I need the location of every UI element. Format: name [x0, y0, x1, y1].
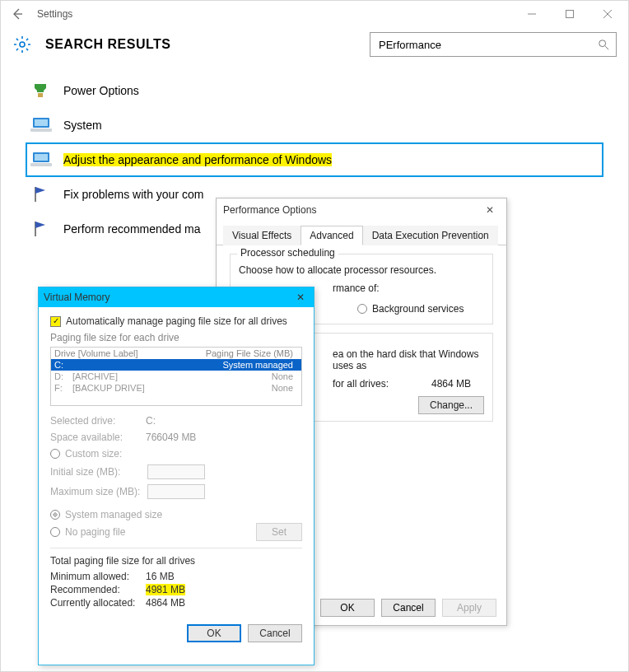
vm-footer: OK Cancel: [39, 618, 314, 642]
space-available-value: 766049 MB: [146, 432, 196, 443]
radio-custom-size: Custom size:: [50, 446, 302, 462]
svg-rect-8: [35, 154, 48, 161]
result-label: Fix problems with your com: [63, 188, 203, 201]
svg-point-1: [20, 42, 25, 47]
system-managed-label: System managed size: [65, 509, 162, 520]
laptop-icon: [29, 114, 54, 136]
tab-advanced[interactable]: Advanced: [301, 226, 362, 245]
perf-tabs: Visual Effects Advanced Data Execution P…: [217, 222, 506, 245]
currently-allocated-value: 4864 MB: [146, 597, 185, 609]
drive-row[interactable]: F: [BACKUP DRIVE] None: [51, 382, 301, 394]
drive-row[interactable]: C: System managed: [51, 359, 301, 371]
radio-label: Background services: [372, 303, 464, 315]
perf-close-button[interactable]: ✕: [480, 204, 500, 216]
recommended-value: 4981 MB: [146, 584, 185, 595]
vm-desc: ea on the hard disk that Windows uses as: [333, 348, 484, 371]
vm-total-label: for all drives:: [333, 378, 431, 390]
svg-point-2: [599, 40, 606, 47]
svg-rect-9: [30, 163, 52, 166]
svg-rect-5: [35, 119, 48, 126]
svg-rect-3: [38, 93, 43, 97]
selected-drive-value: C:: [146, 415, 156, 427]
vm-title: Virtual Memory: [44, 292, 109, 303]
svg-rect-0: [566, 11, 574, 18]
window-title: Settings: [32, 8, 513, 20]
result-power-options[interactable]: Power Options: [26, 73, 603, 108]
paging-each-label: Paging file size for each drive: [50, 332, 302, 343]
perf-apply-button: Apply: [442, 599, 496, 617]
selected-drive-label: Selected drive:: [50, 415, 146, 427]
sched-desc: Choose how to allocate processor resourc…: [239, 264, 484, 276]
initial-size-label: Initial size (MB):: [50, 466, 146, 478]
radio-icon: [50, 527, 60, 537]
vm-titlebar: Virtual Memory ✕: [39, 287, 314, 307]
tab-dep[interactable]: Data Execution Prevention: [363, 226, 498, 245]
result-label: Power Options: [63, 84, 139, 97]
perf-ok-button[interactable]: OK: [320, 599, 375, 617]
perf-footer: OK Cancel Apply: [320, 599, 496, 617]
flag-icon: [29, 184, 54, 205]
search-icon: [598, 39, 609, 50]
total-title: Total paging file size for all drives: [50, 555, 302, 567]
custom-size-label: Custom size:: [65, 448, 122, 460]
radio-background-services[interactable]: Background services: [357, 301, 484, 317]
auto-manage-checkbox[interactable]: Automatically manage paging file size fo…: [50, 315, 302, 327]
radio-icon: [50, 449, 60, 459]
result-label: System: [63, 119, 102, 132]
search-input[interactable]: [377, 38, 598, 52]
min-allowed-value: 16 MB: [146, 571, 175, 582]
drive-list[interactable]: Drive [Volume Label] Paging File Size (M…: [50, 347, 302, 406]
perf-cancel-button[interactable]: Cancel: [381, 599, 436, 617]
set-button: Set: [256, 523, 302, 541]
radio-system-managed: System managed size: [50, 506, 302, 523]
perf-title: Performance Options: [223, 204, 316, 216]
recommended-label: Recommended:: [50, 584, 146, 595]
minimize-button[interactable]: [513, 1, 551, 27]
sched-adjust: rmance of:: [333, 282, 484, 294]
close-button[interactable]: [589, 1, 627, 27]
vm-cancel-button[interactable]: Cancel: [248, 624, 302, 642]
minimize-icon: [528, 10, 536, 18]
settings-titlebar: Settings: [1, 1, 628, 27]
drive-header-drive: Drive [Volume Label]: [54, 348, 161, 358]
vm-ok-button[interactable]: OK: [187, 624, 241, 642]
perf-titlebar: Performance Options ✕: [217, 198, 506, 222]
no-paging-label: No paging file: [65, 526, 125, 538]
maximize-icon: [566, 10, 574, 18]
virtual-memory-dialog: Virtual Memory ✕ Automatically manage pa…: [38, 287, 314, 665]
checkbox-icon: [50, 316, 61, 327]
vm-close-button[interactable]: ✕: [292, 292, 309, 303]
arrow-left-icon: [11, 7, 24, 21]
space-available-label: Space available:: [50, 432, 146, 443]
radio-icon: [357, 304, 367, 314]
maximum-size-input: [147, 484, 205, 499]
flag-icon: [29, 218, 54, 240]
min-allowed-label: Minimum allowed:: [50, 571, 146, 582]
power-icon: [29, 80, 54, 101]
tab-visual-effects[interactable]: Visual Effects: [223, 226, 301, 245]
drive-row[interactable]: D: [ARCHIVE] None: [51, 371, 301, 382]
svg-rect-6: [30, 128, 52, 132]
initial-size-input: [147, 464, 205, 479]
drive-header-size: Paging File Size (MB): [161, 348, 298, 358]
vm-total-value: 4864 MB: [431, 378, 471, 390]
radio-no-paging: No paging file: [50, 524, 256, 540]
maximum-size-label: Maximum size (MB):: [50, 486, 146, 497]
back-button[interactable]: [2, 1, 32, 27]
maximize-button[interactable]: [551, 1, 589, 27]
auto-manage-label: Automatically manage paging file size fo…: [66, 315, 287, 327]
result-label: Adjust the appearance and performance of…: [63, 153, 332, 166]
header-row: SEARCH RESULTS: [1, 27, 628, 65]
laptop-icon: [29, 149, 54, 170]
result-label: Perform recommended ma: [63, 222, 201, 236]
close-icon: [603, 10, 612, 18]
result-adjust-performance[interactable]: Adjust the appearance and performance of…: [26, 142, 603, 177]
change-button[interactable]: Change...: [418, 396, 484, 414]
gear-icon: [12, 35, 32, 54]
group-legend: Processor scheduling: [237, 247, 338, 259]
search-box[interactable]: [370, 32, 617, 57]
page-title: SEARCH RESULTS: [45, 37, 370, 52]
currently-allocated-label: Currently allocated:: [50, 597, 146, 609]
result-system[interactable]: System: [26, 108, 603, 142]
radio-icon: [50, 510, 60, 520]
